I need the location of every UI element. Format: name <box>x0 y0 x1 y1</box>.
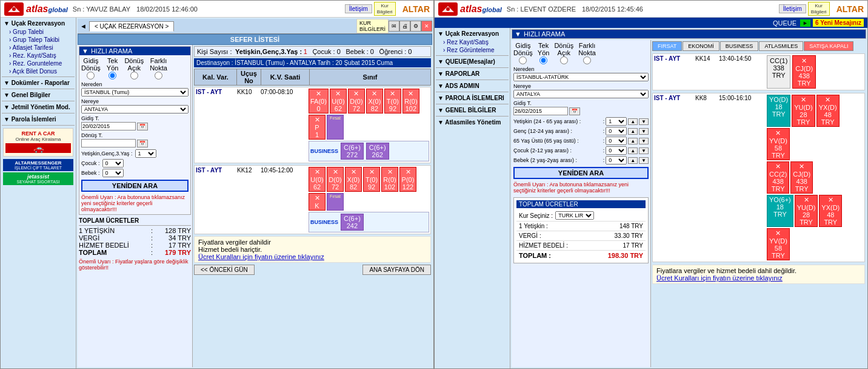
fare2-p0[interactable]: ✕P(0)122 <box>399 167 416 192</box>
tab-business[interactable]: BUSINESS <box>720 41 759 51</box>
right-genc-select[interactable]: 0 <box>606 127 627 135</box>
right-sidebar-item-rez-gorunteleme[interactable]: › Rez Görünteleme <box>436 46 509 54</box>
fare-yo-6[interactable]: YO(6+)18TRY <box>767 195 793 227</box>
price-link[interactable]: Ücret Kuralları için fiyatın üzerine tık… <box>198 253 427 260</box>
fare-x0[interactable]: ✕ X(0) 82 <box>366 89 383 113</box>
right-gidis-date-input[interactable] <box>513 107 568 115</box>
sidebar-section-parola[interactable]: ▼ Parola İslemleri <box>2 115 75 124</box>
right-gidis-donus-radio[interactable] <box>519 56 527 64</box>
tab-satis-kapali[interactable]: SATIŞA KAPALI <box>804 41 853 51</box>
fare-c6-1[interactable]: C(6+) 272 <box>341 143 364 160</box>
right-sidebar-section-parola[interactable]: ▼ PAROLA İSLEMLERI <box>436 93 509 103</box>
fare2-x0[interactable]: ✕X(0)82 <box>345 167 362 192</box>
right-sidebar-section-queue[interactable]: ▼ QUEUE(Mesajlar) <box>436 57 509 66</box>
right-fare-cjd-1[interactable]: ✕ CJ(D) 438 TRY <box>792 55 816 89</box>
yetiskin-select[interactable]: 123 <box>135 149 156 158</box>
right-kur-select[interactable]: TURK LIR <box>555 211 594 220</box>
fare2-c6[interactable]: C(6+)242 <box>341 214 364 231</box>
tab-ucak-rezervasyon[interactable]: < UÇAK REZERVASYON > <box>89 21 174 32</box>
right-sidebar-section-ads[interactable]: ▼ ADS ADMIN <box>436 81 509 90</box>
queue-count[interactable]: 6 Yeni Mesajınız <box>813 19 864 27</box>
right-cocuk-select[interactable]: 0 <box>606 146 627 155</box>
gidis-date-input[interactable] <box>81 122 136 130</box>
fare-yo-d-1[interactable]: YO(D)18TRY <box>767 95 790 127</box>
fare-yv-d-1[interactable]: ✕YV(D)58TRY <box>767 128 790 160</box>
right-bebek-up[interactable]: ▲ <box>628 157 638 164</box>
fare-yx-d-3[interactable]: ✕YX(D)48TRY <box>819 195 842 227</box>
print-icon-btn[interactable]: 🖨 <box>399 21 410 32</box>
right-genc-up[interactable]: ▲ <box>628 128 638 135</box>
nereye-select[interactable]: ANTALYA <box>81 105 189 113</box>
right-cocuk-down[interactable]: ▼ <box>639 147 649 154</box>
right-yeniden-ara-button[interactable]: YENİDEN ARA <box>513 167 649 179</box>
right-bebek-select[interactable]: 0 <box>606 156 627 164</box>
fare2-k[interactable]: ✕K <box>309 193 326 211</box>
right-nereye-select[interactable]: ANTALYA <box>513 90 649 98</box>
right-farkli-nokta-radio[interactable] <box>583 56 591 64</box>
right-yas-ustu-select[interactable]: 0 <box>606 137 627 145</box>
rent-a-car-banner[interactable]: RENT A CAR Online Araç Kiralama 🚗 <box>3 128 73 157</box>
sidebar-item-atlasjet-tarifesi[interactable]: › Atlasjet Tarifesi <box>2 44 75 52</box>
right-iletisim-button[interactable]: İletişim <box>779 4 806 13</box>
right-sidebar-item-rez-kayit[interactable]: › Rez Kayıt/Satış <box>436 38 509 46</box>
right-fare-cc1[interactable]: CC(1) 338 TRY <box>767 55 790 89</box>
right-yas-ustu-down[interactable]: ▼ <box>639 138 649 144</box>
right-price-link[interactable]: Ücret Kuralları için fiyatın üzerine tık… <box>656 274 861 282</box>
farkli-nokta-radio[interactable] <box>155 72 162 80</box>
onceki-gun-button[interactable]: << ÖNCEKİ GÜN <box>194 265 255 275</box>
sidebar-section-genel[interactable]: ▼ Genel Bilgiler <box>2 90 75 100</box>
fare-d0[interactable]: ✕ D(0) 72 <box>348 89 365 113</box>
gidis-donus-radio[interactable] <box>87 72 95 80</box>
right-donus-acik-radio[interactable] <box>560 56 568 64</box>
nereden-select[interactable]: İSTANBUL (Tumu) <box>81 88 189 96</box>
hizli-arama-header[interactable]: ▼ HIZLI ARAMA <box>79 47 190 55</box>
fare2-d0[interactable]: ✕D(0)72 <box>327 167 344 192</box>
right-nereden-select[interactable]: İSTANBUL-ATATÜRK <box>513 73 649 81</box>
tab-firsat[interactable]: FIRSAT <box>652 41 682 51</box>
tab-back-arrow[interactable]: ◄ <box>78 21 89 31</box>
left-kur-bilgileri-button[interactable]: KurBilgileri <box>374 2 396 16</box>
fare-u0[interactable]: ✕ U(0) 62 <box>330 89 347 113</box>
right-tek-yon-radio[interactable] <box>539 56 547 64</box>
fare-fa0[interactable]: ✕ FA(0) 0 <box>309 89 329 113</box>
right-kur-bilgileri-button[interactable]: KurBilgileri <box>808 2 830 16</box>
cocuk-select[interactable]: 012 <box>102 159 124 168</box>
fare-yu-d-3[interactable]: ✕YU(D)28TRY <box>795 195 818 227</box>
right-sidebar-section-raporlar[interactable]: ▼ RAPORLAR <box>436 69 509 78</box>
yeniden-ara-button[interactable]: YENİDEN ARA <box>81 180 189 192</box>
fare-r0[interactable]: ✕ R(0) 102 <box>402 89 419 113</box>
right-bebek-down[interactable]: ▼ <box>639 157 649 164</box>
right-yetiskin-up[interactable]: ▲ <box>628 118 638 125</box>
fare2-u0[interactable]: ✕U(0)62 <box>309 167 326 192</box>
right-yas-ustu-up[interactable]: ▲ <box>628 138 638 144</box>
sidebar-item-rez-kayit[interactable]: › Rez. Kayıt/Satış <box>2 52 75 59</box>
right-sidebar-section-atlasmiles[interactable]: ▼ Atlasmiles Yönetim <box>436 118 509 127</box>
right-sidebar-section-genel[interactable]: ▼ GENEL BİLGİLER <box>436 106 509 115</box>
fare-p[interactable]: ✕ P 1 <box>309 115 326 140</box>
sidebar-item-acik-bilet[interactable]: › Açık Bilet Donus <box>2 67 75 75</box>
email-icon-btn[interactable]: ✉ <box>389 21 399 32</box>
sidebar-section-dokumanlar[interactable]: ▼ Dokümler - Raporlar <box>2 78 75 87</box>
right-yetiskin-down[interactable]: ▼ <box>639 118 649 125</box>
jetassist-banner[interactable]: jetassist SEYAHAT SİGORTASI <box>3 172 73 185</box>
fare-t0[interactable]: ✕ T(0) 92 <box>384 89 401 113</box>
right-sidebar-section-rezervasyon[interactable]: ▼ Uçak Rezervasyon <box>436 29 509 38</box>
altar-messenger-banner[interactable]: ALTARMESSENGER İŞLEMCİ ÇİFT TALARET <box>3 159 73 171</box>
right-gidis-cal-btn[interactable]: 📅 <box>569 107 580 115</box>
close-icon-btn[interactable]: ✕ <box>421 21 432 32</box>
fare2-t0[interactable]: ✕T(0)92 <box>363 167 380 192</box>
sidebar-section-jetmil[interactable]: ▼ Jetmil Yönetim Mod. <box>2 103 75 112</box>
fare-yv-d-3[interactable]: ✕YV(D)58TRY <box>767 228 790 260</box>
donus-acik-radio[interactable] <box>130 72 138 80</box>
left-iletisim-button[interactable]: İletişim <box>345 4 372 13</box>
donus-date-input[interactable] <box>81 139 136 147</box>
fare2-r0[interactable]: ✕R(0)102 <box>381 167 398 192</box>
right-cocuk-up[interactable]: ▲ <box>628 147 638 154</box>
fare-yx-d-1[interactable]: ✕YX(D)48TRY <box>816 95 840 127</box>
sidebar-section-rezervasyon[interactable]: ▼ Uçak Rezervasyon <box>2 19 75 28</box>
tab-ekonomi[interactable]: EKONOMİ <box>683 41 719 51</box>
bebek-select[interactable]: 01 <box>102 169 124 177</box>
fare-cjd-2[interactable]: ✕CJ(D)438TRY <box>790 161 813 194</box>
right-genc-down[interactable]: ▼ <box>639 128 649 135</box>
kur-bilgileri-tab-btn[interactable]: KURBİLGİLERİ <box>356 19 389 33</box>
